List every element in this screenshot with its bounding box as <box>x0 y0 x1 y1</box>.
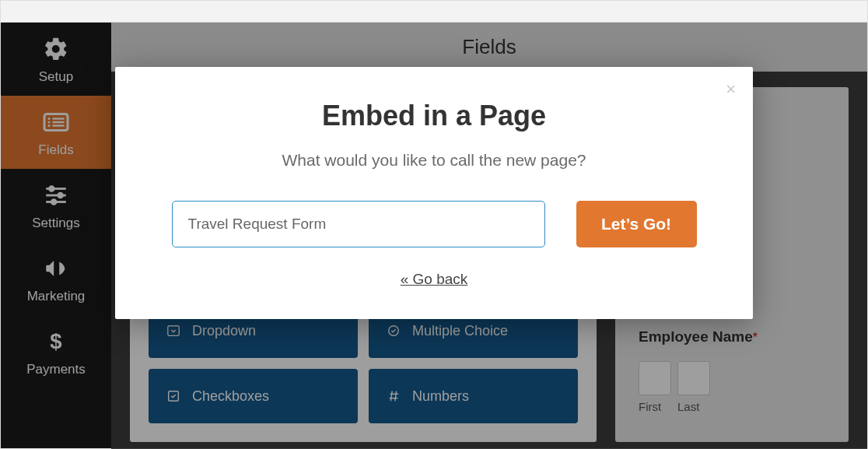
close-icon[interactable]: × <box>726 81 736 98</box>
modal-overlay[interactable]: × Embed in a Page What would you like to… <box>1 23 867 448</box>
page-name-input[interactable] <box>172 201 545 247</box>
embed-modal: × Embed in a Page What would you like to… <box>115 67 753 319</box>
modal-subtitle: What would you like to call the new page… <box>162 151 706 170</box>
modal-title: Embed in a Page <box>162 100 706 132</box>
go-back-link[interactable]: « Go back <box>401 271 468 288</box>
lets-go-button[interactable]: Let’s Go! <box>576 201 697 247</box>
topbar <box>1 1 867 23</box>
